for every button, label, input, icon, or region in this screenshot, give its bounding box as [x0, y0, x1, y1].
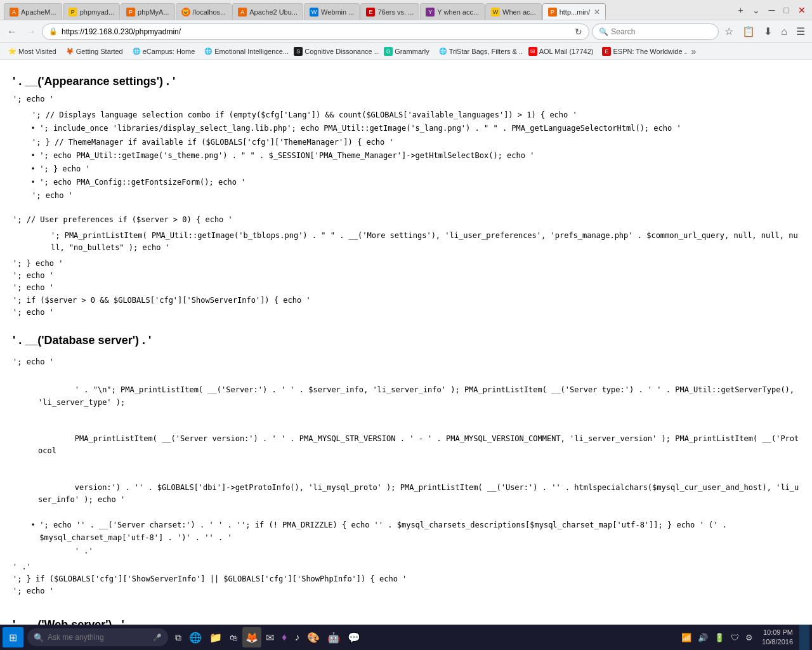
tab-favicon-10: P — [548, 8, 557, 17]
page-content: ' . __('Appearance settings') . ' '; ech… — [0, 60, 812, 625]
home-button[interactable]: ⌂ — [778, 25, 790, 39]
taskbar-store-button[interactable]: 🛍 — [226, 627, 241, 647]
nav-icons: ☆ 📋 ⬇ ⌂ ☰ — [721, 24, 808, 39]
taskbar-krita-button[interactable]: 🎨 — [304, 627, 323, 647]
download-button[interactable]: ⬇ — [761, 24, 775, 39]
bookmark-grammarly[interactable]: G Grammarly — [380, 46, 433, 56]
taskbar-firefox-button[interactable]: 🦊 — [242, 627, 261, 647]
nav-bar: ← → 🔒 ↻ 🔍 ☆ 📋 ⬇ ⌂ ☰ — [0, 20, 812, 43]
tab-list-button[interactable]: ⌄ — [750, 4, 763, 17]
bookmark-grammarly-label: Grammarly — [395, 48, 429, 55]
taskbar-chat-button[interactable]: 💬 — [344, 627, 363, 647]
bookmark-ecampus[interactable]: 🌐 eCampus: Home — [128, 46, 199, 56]
bullet-dot-3: • — [32, 164, 34, 173]
code-line-echo2: '; echo ' — [13, 190, 799, 202]
tray-battery-icon[interactable]: 🔋 — [712, 632, 727, 644]
maximize-button[interactable]: □ — [782, 4, 792, 17]
code-line-echo3: '; echo ' — [13, 270, 799, 282]
search-icon: 🔍 — [599, 27, 608, 36]
tab-apachem[interactable]: A ApacheM... — [4, 3, 62, 20]
bookmark-tristar[interactable]: 🌐 TriStar Bags, Filters & ... — [435, 46, 523, 56]
bookmark-espn[interactable]: E ESPN: The Worldwide ... — [598, 46, 687, 56]
grammarly-icon: G — [384, 47, 393, 56]
tray-settings-icon[interactable]: ⚙ — [743, 632, 756, 644]
bullet-text-5: '; echo '' . __('Server charset:') . ' '… — [39, 519, 799, 543]
taskbar-vs-button[interactable]: ♦ — [278, 627, 290, 647]
tab-phpmyad1[interactable]: P phpmyad... — [63, 3, 120, 20]
appearance-heading: ' . __('Appearance settings') . ' — [13, 75, 799, 88]
tab-phpmya[interactable]: P phpMyA... — [121, 3, 175, 20]
tab-when-ac2[interactable]: W When ac... — [485, 3, 542, 20]
tab-httpmin[interactable]: P http...min/ ✕ — [542, 3, 606, 20]
taskbar-ie-button[interactable]: 🌐 — [186, 627, 205, 647]
tab-close-button[interactable]: ✕ — [594, 8, 600, 17]
bookmark-cognitive-label: Cognitive Dissonance ... — [304, 48, 379, 55]
bookmark-getting-started-label: Getting Started — [76, 48, 123, 55]
tab-favicon-2: P — [69, 8, 77, 17]
tab-localhost[interactable]: 🐱 /localhos... — [176, 3, 232, 20]
emotional-icon: 🌐 — [204, 47, 213, 56]
bookmark-emotional-label: Emotional Intelligence... — [214, 48, 289, 55]
taskbar-search-input[interactable] — [48, 633, 149, 642]
tab-favicon-7: E — [366, 8, 375, 17]
taskbar-music-button[interactable]: ♪ — [291, 627, 303, 647]
refresh-button[interactable]: ↻ — [575, 27, 582, 37]
bullet-dot-1: • — [32, 124, 34, 133]
close-button[interactable]: ✕ — [796, 4, 808, 17]
bookmarks-more-button[interactable]: » — [688, 46, 698, 57]
tab-list: A ApacheM... P phpmyad... P phpMyA... 🐱 … — [4, 0, 731, 20]
code-line-echo5: '; echo ' — [13, 307, 799, 319]
tray-volume-icon[interactable]: 🔊 — [695, 632, 710, 644]
ecampus-icon: 🌐 — [132, 47, 141, 56]
show-desktop-button[interactable] — [799, 625, 809, 650]
tab-76ers[interactable]: E 76ers vs. ... — [360, 3, 419, 20]
search-bar: 🔍 — [592, 23, 719, 40]
tristar-icon: 🌐 — [438, 47, 447, 56]
start-button[interactable]: ⊞ — [3, 627, 23, 647]
bookmark-cognitive[interactable]: S Cognitive Dissonance ... — [290, 46, 379, 56]
code-line-server-version: PMA_printListItem( __('Server version:')… — [13, 421, 799, 470]
bullet-dot-2: • — [32, 151, 34, 160]
menu-button[interactable]: ☰ — [793, 24, 808, 39]
search-input[interactable] — [611, 27, 712, 36]
bookmark-getting-started[interactable]: 🦊 Getting Started — [62, 46, 127, 56]
minimize-button[interactable]: ─ — [766, 4, 778, 17]
web-server-section: ' . __('Web server') . ' '; echo ' '; if… — [13, 603, 799, 625]
taskbar-android-button[interactable]: 🤖 — [324, 627, 343, 647]
address-input[interactable] — [62, 27, 571, 36]
database-server-section: ' . __('Database server') . ' '; echo ' … — [13, 319, 799, 598]
taskbar-explorer-button[interactable]: 📁 — [206, 627, 225, 647]
tray-antivirus-icon[interactable]: 🛡 — [728, 632, 742, 644]
taskbar-mail-button[interactable]: ✉ — [263, 627, 277, 647]
tab-favicon-6: W — [310, 8, 318, 17]
taskbar-search-icon: 🔍 — [34, 633, 44, 642]
getting-started-icon: 🦊 — [65, 47, 74, 56]
tab-apache2[interactable]: A Apache2 Ubu... — [232, 3, 303, 20]
cognitive-icon: S — [294, 47, 303, 56]
new-tab-button[interactable]: + — [735, 4, 745, 17]
tray-network-icon[interactable]: 📶 — [679, 632, 694, 644]
tab-webmin[interactable]: W Webmin ... — [304, 3, 360, 20]
bullet-include-once: • '; include_once 'libraries/display_sel… — [32, 123, 799, 135]
bookmark-emotional[interactable]: 🌐 Emotional Intelligence... — [200, 46, 289, 56]
bookmark-aol[interactable]: ✉ AOL Mail (17742) — [525, 46, 598, 56]
system-clock[interactable]: 10:09 PM 10/8/2016 — [757, 628, 798, 647]
code-line-lang-comment: '; // Displays language selection combo … — [13, 109, 799, 121]
back-button[interactable]: ← — [4, 25, 20, 39]
tab-label-7: 76ers vs. ... — [377, 8, 414, 16]
forward-button[interactable]: → — [23, 25, 39, 39]
bullet-text-2: '; echo PMA_Util::getImage('s_theme.png'… — [39, 150, 534, 162]
task-view-button[interactable]: ⧉ — [172, 627, 185, 647]
tab-label-9: When ac... — [502, 8, 536, 16]
code-line-echo4: '; echo ' — [13, 282, 799, 294]
bookmark-most-visited[interactable]: ⭐ Most Visited — [4, 46, 60, 56]
bookmark-manager-button[interactable]: 📋 — [739, 24, 758, 39]
tab-when-acc1[interactable]: Y Y when acc... — [420, 3, 485, 20]
espn-icon: E — [602, 47, 611, 56]
tab-favicon-8: Y — [426, 8, 435, 17]
code-line-pma-print: '; PMA_printListItem( PMA_Util::getImage… — [13, 230, 799, 254]
code-line-user-pref: '; // User preferences if ($server > 0) … — [13, 214, 799, 226]
tab-label-5: Apache2 Ubu... — [249, 8, 298, 16]
bookmark-star-button[interactable]: ☆ — [721, 24, 737, 39]
code-line-server-check: '; if ($server > 0 && $GLOBALS['cfg']['S… — [13, 295, 799, 307]
